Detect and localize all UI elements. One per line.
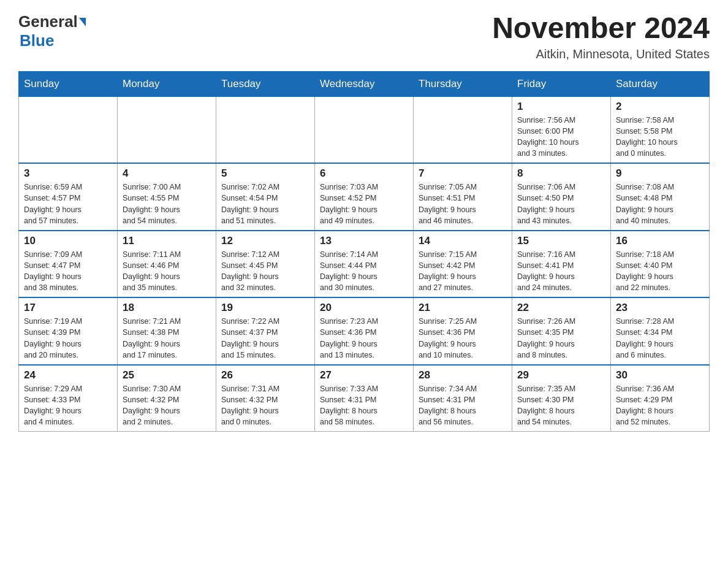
- calendar-cell: [216, 96, 315, 163]
- weekday-header-saturday: Saturday: [611, 71, 710, 96]
- day-number: 29: [517, 369, 605, 381]
- day-number: 26: [221, 369, 309, 381]
- calendar-cell: 16Sunrise: 7:18 AM Sunset: 4:40 PM Dayli…: [611, 231, 710, 298]
- day-number: 2: [616, 101, 704, 113]
- day-number: 16: [616, 235, 704, 247]
- day-number: 11: [123, 235, 211, 247]
- day-info: Sunrise: 7:30 AM Sunset: 4:32 PM Dayligh…: [123, 383, 211, 428]
- day-info: Sunrise: 7:22 AM Sunset: 4:37 PM Dayligh…: [221, 316, 309, 361]
- calendar-cell: 20Sunrise: 7:23 AM Sunset: 4:36 PM Dayli…: [315, 297, 414, 365]
- day-number: 22: [517, 302, 605, 314]
- day-info: Sunrise: 7:09 AM Sunset: 4:47 PM Dayligh…: [24, 249, 112, 294]
- calendar-cell: 27Sunrise: 7:33 AM Sunset: 4:31 PM Dayli…: [315, 365, 414, 432]
- calendar-cell: 7Sunrise: 7:05 AM Sunset: 4:51 PM Daylig…: [414, 163, 512, 231]
- day-number: 21: [419, 302, 507, 314]
- day-info: Sunrise: 7:29 AM Sunset: 4:33 PM Dayligh…: [24, 383, 112, 428]
- day-number: 1: [517, 101, 605, 113]
- day-number: 13: [320, 235, 408, 247]
- calendar-cell: 11Sunrise: 7:11 AM Sunset: 4:46 PM Dayli…: [118, 231, 216, 298]
- day-number: 18: [123, 302, 211, 314]
- logo: General Blue: [18, 12, 86, 50]
- day-number: 24: [24, 369, 112, 381]
- calendar-cell: 25Sunrise: 7:30 AM Sunset: 4:32 PM Dayli…: [118, 365, 216, 432]
- calendar-cell: 22Sunrise: 7:26 AM Sunset: 4:35 PM Dayli…: [512, 297, 611, 365]
- day-number: 4: [123, 167, 211, 180]
- logo-arrow-icon: [79, 18, 86, 26]
- day-info: Sunrise: 7:06 AM Sunset: 4:50 PM Dayligh…: [517, 182, 605, 226]
- week-row-4: 17Sunrise: 7:19 AM Sunset: 4:39 PM Dayli…: [19, 297, 710, 365]
- calendar-cell: 1Sunrise: 7:56 AM Sunset: 6:00 PM Daylig…: [512, 96, 611, 163]
- day-info: Sunrise: 7:18 AM Sunset: 4:40 PM Dayligh…: [616, 249, 704, 294]
- calendar-cell: 23Sunrise: 7:28 AM Sunset: 4:34 PM Dayli…: [611, 297, 710, 365]
- day-info: Sunrise: 7:35 AM Sunset: 4:30 PM Dayligh…: [517, 383, 605, 428]
- page-header: General Blue November 2024 Aitkin, Minne…: [18, 12, 710, 61]
- calendar-cell: [315, 96, 414, 163]
- day-number: 27: [320, 369, 408, 381]
- day-number: 19: [221, 302, 309, 314]
- day-info: Sunrise: 7:25 AM Sunset: 4:36 PM Dayligh…: [419, 316, 507, 361]
- calendar-cell: 10Sunrise: 7:09 AM Sunset: 4:47 PM Dayli…: [19, 231, 118, 298]
- day-number: 15: [517, 235, 605, 247]
- week-row-2: 3Sunrise: 6:59 AM Sunset: 4:57 PM Daylig…: [19, 163, 710, 231]
- day-number: 23: [616, 302, 704, 314]
- day-info: Sunrise: 7:33 AM Sunset: 4:31 PM Dayligh…: [320, 383, 408, 428]
- weekday-header-sunday: Sunday: [19, 71, 118, 96]
- calendar-cell: 5Sunrise: 7:02 AM Sunset: 4:54 PM Daylig…: [216, 163, 315, 231]
- calendar-cell: 18Sunrise: 7:21 AM Sunset: 4:38 PM Dayli…: [118, 297, 216, 365]
- day-info: Sunrise: 7:14 AM Sunset: 4:44 PM Dayligh…: [320, 249, 408, 294]
- weekday-header-tuesday: Tuesday: [216, 71, 315, 96]
- weekday-header-thursday: Thursday: [414, 71, 512, 96]
- day-info: Sunrise: 7:15 AM Sunset: 4:42 PM Dayligh…: [419, 249, 507, 294]
- calendar-table: SundayMondayTuesdayWednesdayThursdayFrid…: [18, 71, 710, 432]
- day-number: 14: [419, 235, 507, 247]
- day-number: 25: [123, 369, 211, 381]
- weekday-header-row: SundayMondayTuesdayWednesdayThursdayFrid…: [19, 71, 710, 96]
- calendar-cell: 19Sunrise: 7:22 AM Sunset: 4:37 PM Dayli…: [216, 297, 315, 365]
- day-number: 8: [517, 167, 605, 180]
- weekday-header-monday: Monday: [118, 71, 216, 96]
- day-info: Sunrise: 7:11 AM Sunset: 4:46 PM Dayligh…: [123, 249, 211, 294]
- subtitle: Aitkin, Minnesota, United States: [492, 47, 710, 61]
- title-block: November 2024 Aitkin, Minnesota, United …: [492, 12, 710, 61]
- day-info: Sunrise: 7:19 AM Sunset: 4:39 PM Dayligh…: [24, 316, 112, 361]
- day-number: 7: [419, 167, 507, 180]
- day-number: 12: [221, 235, 309, 247]
- calendar-cell: 2Sunrise: 7:58 AM Sunset: 5:58 PM Daylig…: [611, 96, 710, 163]
- day-info: Sunrise: 7:08 AM Sunset: 4:48 PM Dayligh…: [616, 182, 704, 226]
- calendar-cell: 21Sunrise: 7:25 AM Sunset: 4:36 PM Dayli…: [414, 297, 512, 365]
- calendar-cell: 4Sunrise: 7:00 AM Sunset: 4:55 PM Daylig…: [118, 163, 216, 231]
- weekday-header-wednesday: Wednesday: [315, 71, 414, 96]
- calendar-cell: 29Sunrise: 7:35 AM Sunset: 4:30 PM Dayli…: [512, 365, 611, 432]
- day-info: Sunrise: 7:21 AM Sunset: 4:38 PM Dayligh…: [123, 316, 211, 361]
- day-info: Sunrise: 7:03 AM Sunset: 4:52 PM Dayligh…: [320, 182, 408, 226]
- day-number: 28: [419, 369, 507, 381]
- day-info: Sunrise: 7:16 AM Sunset: 4:41 PM Dayligh…: [517, 249, 605, 294]
- day-info: Sunrise: 7:23 AM Sunset: 4:36 PM Dayligh…: [320, 316, 408, 361]
- calendar-cell: 6Sunrise: 7:03 AM Sunset: 4:52 PM Daylig…: [315, 163, 414, 231]
- day-number: 30: [616, 369, 704, 381]
- day-info: Sunrise: 6:59 AM Sunset: 4:57 PM Dayligh…: [24, 182, 112, 226]
- calendar-cell: [19, 96, 118, 163]
- calendar-cell: [414, 96, 512, 163]
- day-info: Sunrise: 7:34 AM Sunset: 4:31 PM Dayligh…: [419, 383, 507, 428]
- day-number: 9: [616, 167, 704, 180]
- week-row-3: 10Sunrise: 7:09 AM Sunset: 4:47 PM Dayli…: [19, 231, 710, 298]
- day-info: Sunrise: 7:05 AM Sunset: 4:51 PM Dayligh…: [419, 182, 507, 226]
- calendar-cell: 3Sunrise: 6:59 AM Sunset: 4:57 PM Daylig…: [19, 163, 118, 231]
- day-number: 20: [320, 302, 408, 314]
- day-number: 5: [221, 167, 309, 180]
- calendar-cell: 14Sunrise: 7:15 AM Sunset: 4:42 PM Dayli…: [414, 231, 512, 298]
- day-number: 3: [24, 167, 112, 180]
- day-info: Sunrise: 7:02 AM Sunset: 4:54 PM Dayligh…: [221, 182, 309, 226]
- day-info: Sunrise: 7:00 AM Sunset: 4:55 PM Dayligh…: [123, 182, 211, 226]
- day-number: 6: [320, 167, 408, 180]
- calendar-cell: 30Sunrise: 7:36 AM Sunset: 4:29 PM Dayli…: [611, 365, 710, 432]
- calendar-cell: 17Sunrise: 7:19 AM Sunset: 4:39 PM Dayli…: [19, 297, 118, 365]
- day-info: Sunrise: 7:58 AM Sunset: 5:58 PM Dayligh…: [616, 115, 704, 159]
- day-info: Sunrise: 7:28 AM Sunset: 4:34 PM Dayligh…: [616, 316, 704, 361]
- day-number: 17: [24, 302, 112, 314]
- month-title: November 2024: [492, 12, 710, 45]
- calendar-cell: 12Sunrise: 7:12 AM Sunset: 4:45 PM Dayli…: [216, 231, 315, 298]
- day-info: Sunrise: 7:26 AM Sunset: 4:35 PM Dayligh…: [517, 316, 605, 361]
- day-info: Sunrise: 7:31 AM Sunset: 4:32 PM Dayligh…: [221, 383, 309, 428]
